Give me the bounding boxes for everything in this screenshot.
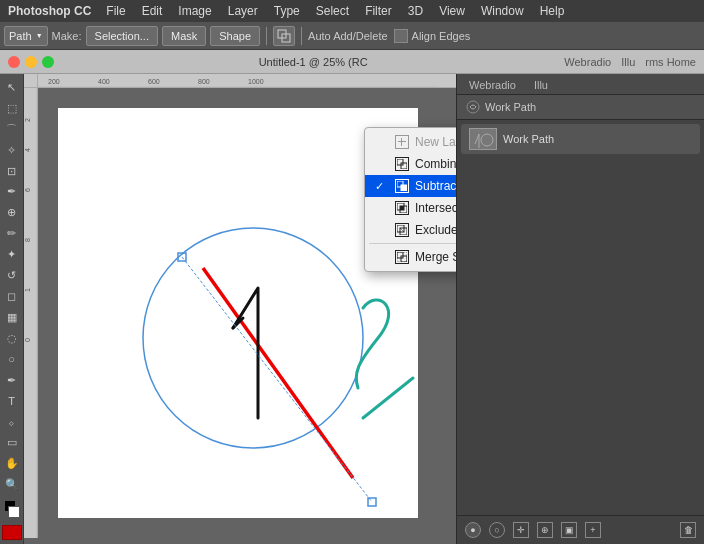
paths-panel-title: Work Path [485, 101, 536, 113]
blur-tool-icon[interactable]: ◌ [2, 329, 22, 348]
separator-1 [266, 27, 267, 45]
subtract-label: Subtract Front Shape [415, 179, 456, 193]
path-type-dropdown[interactable]: Path [4, 26, 48, 46]
svg-rect-32 [397, 252, 403, 258]
quick-mask-icon[interactable] [2, 525, 22, 540]
combine-label: Combine Shapes [415, 157, 456, 171]
svg-point-36 [481, 134, 493, 146]
path-select-icon[interactable]: ⬦ [2, 413, 22, 432]
webradio-tab[interactable]: Webradio [461, 76, 524, 94]
menu-file[interactable]: File [99, 2, 132, 20]
clone-stamp-icon[interactable]: ✦ [2, 245, 22, 264]
text-tool-icon[interactable]: T [2, 392, 22, 411]
ruler-area: 200 400 600 800 1000 [24, 74, 456, 88]
fill-path-button[interactable]: ● [465, 522, 481, 538]
brush-tool-icon[interactable]: ✏ [2, 224, 22, 243]
bg-color-swatch[interactable] [8, 506, 20, 518]
svg-rect-34 [397, 252, 407, 262]
menu-type[interactable]: Type [267, 2, 307, 20]
svg-line-16 [203, 268, 353, 478]
menu-view[interactable]: View [432, 2, 472, 20]
work-path-item[interactable]: Work Path [461, 124, 700, 154]
combine-shapes-item[interactable]: Combine Shapes [365, 153, 456, 175]
subtract-front-shape-item[interactable]: ✓ Subtract Front Shape [365, 175, 456, 197]
minimize-button[interactable] [25, 56, 37, 68]
crop-tool-icon[interactable]: ⊡ [2, 162, 22, 181]
intersect-label: Intersect Shape Areas [415, 201, 456, 215]
zoom-tool-icon[interactable]: 🔍 [2, 475, 22, 494]
heal-tool-icon[interactable]: ⊕ [2, 203, 22, 222]
delete-path-button[interactable]: 🗑 [680, 522, 696, 538]
quick-select-icon[interactable]: ✧ [2, 141, 22, 160]
svg-text:0: 0 [24, 338, 31, 342]
hand-tool-icon[interactable]: ✋ [2, 454, 22, 473]
home-link[interactable]: rms Home [645, 56, 696, 68]
gradient-tool-icon[interactable]: ▦ [2, 308, 22, 327]
svg-text:400: 400 [98, 78, 110, 85]
webradio-link[interactable]: Webradio [564, 56, 611, 68]
load-as-selection-button[interactable]: ✛ [513, 522, 529, 538]
new-path-button[interactable]: + [585, 522, 601, 538]
merge-shape-components-item[interactable]: Merge Shape Components [365, 246, 456, 268]
eyedropper-icon[interactable]: ✒ [2, 183, 22, 202]
ruler-corner [24, 74, 38, 88]
menu-separator [369, 243, 456, 244]
menu-edit[interactable]: Edit [135, 2, 170, 20]
main-layout: ↖ ⬚ ⌒ ✧ ⊡ ✒ ⊕ ✏ ✦ ↺ ◻ ▦ ◌ ○ ✒ T ⬦ ▭ ✋ 🔍 [0, 74, 704, 544]
intersect-shape-areas-item[interactable]: Intersect Shape Areas [365, 197, 456, 219]
shape-button[interactable]: Shape [210, 26, 260, 46]
svg-text:2: 2 [24, 118, 31, 122]
marquee-tool-icon[interactable]: ⬚ [2, 99, 22, 118]
close-button[interactable] [8, 56, 20, 68]
path-thumbnail [469, 128, 497, 150]
auto-add-checkbox[interactable] [394, 29, 408, 43]
svg-rect-21 [401, 138, 402, 146]
selection-button[interactable]: Selection... [86, 26, 158, 46]
options-toolbar: Path Make: Selection... Mask Shape Auto … [0, 22, 704, 50]
menu-select[interactable]: Select [309, 2, 356, 20]
svg-text:1: 1 [24, 288, 31, 292]
illu-link[interactable]: Illu [621, 56, 635, 68]
exclude-overlapping-item[interactable]: Exclude Overlapping Shapes [365, 219, 456, 241]
svg-text:800: 800 [198, 78, 210, 85]
pen-tool-icon[interactable]: ✒ [2, 371, 22, 390]
illu-tab[interactable]: Illu [526, 76, 556, 94]
svg-rect-25 [401, 185, 407, 191]
move-tool-icon[interactable]: ↖ [2, 78, 22, 97]
svg-text:200: 200 [48, 78, 60, 85]
combine-icon [395, 157, 409, 171]
path-operations-dropdown: New Layer Combine Shapes ✓ [364, 127, 456, 272]
shape-tool-icon[interactable]: ▭ [2, 433, 22, 452]
stroke-path-button[interactable]: ○ [489, 522, 505, 538]
dodge-tool-icon[interactable]: ○ [2, 350, 22, 369]
menu-window[interactable]: Window [474, 2, 531, 20]
paths-panel-body: Work Path [457, 120, 704, 515]
make-label: Make: [52, 30, 82, 42]
history-brush-icon[interactable]: ↺ [2, 266, 22, 285]
path-ops-button[interactable] [273, 26, 295, 46]
window-controls [8, 56, 54, 68]
svg-rect-33 [401, 256, 407, 262]
new-layer-item[interactable]: New Layer [365, 131, 456, 153]
svg-point-35 [467, 101, 479, 113]
intersect-icon [395, 201, 409, 215]
auto-add-delete-label: Auto Add/Delete [308, 30, 388, 42]
lasso-tool-icon[interactable]: ⌒ [2, 120, 22, 139]
new-layer-label: New Layer [415, 135, 456, 149]
menu-image[interactable]: Image [171, 2, 218, 20]
svg-rect-22 [397, 159, 403, 165]
mask-button[interactable]: Mask [162, 26, 206, 46]
menu-filter[interactable]: Filter [358, 2, 399, 20]
eraser-tool-icon[interactable]: ◻ [2, 287, 22, 306]
menu-help[interactable]: Help [533, 2, 572, 20]
svg-text:600: 600 [148, 78, 160, 85]
svg-text:4: 4 [24, 148, 31, 152]
add-mask-button[interactable]: ▣ [561, 522, 577, 538]
make-work-path-button[interactable]: ⊕ [537, 522, 553, 538]
menu-layer[interactable]: Layer [221, 2, 265, 20]
merge-icon [395, 250, 409, 264]
menu-3d[interactable]: 3D [401, 2, 430, 20]
horizontal-ruler: 200 400 600 800 1000 [38, 74, 456, 88]
maximize-button[interactable] [42, 56, 54, 68]
paths-panel-icon [465, 99, 481, 115]
